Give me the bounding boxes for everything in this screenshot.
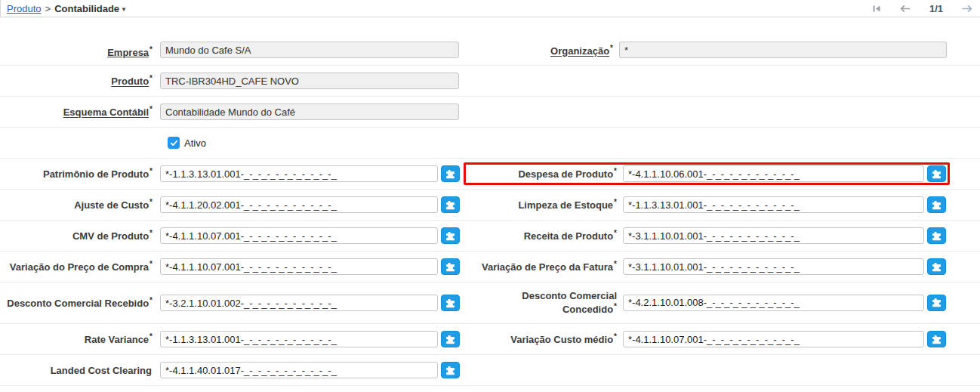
current-tab-selector[interactable]: Contabilidade ▼ — [54, 3, 127, 14]
organizacao-label: Organização* — [464, 44, 619, 58]
despesa-produto-label: Despesa de Produto* — [467, 167, 623, 181]
variacao-preco-fatura-field[interactable] — [623, 258, 924, 275]
form-row-account-6: Rate Variance* Variação Custo médio* — [0, 324, 980, 355]
empresa-label: Empresa* — [0, 45, 160, 58]
limpeza-estoque-field[interactable] — [623, 196, 924, 213]
account-picker-button[interactable] — [441, 196, 460, 213]
empresa-field[interactable] — [160, 42, 459, 58]
desconto-concedido-label: Desconto Comercial Concedido* — [467, 290, 623, 316]
receita-produto-label: Receita de Produto* — [467, 229, 623, 243]
landed-cost-clearing-label: Landed Cost Clearing — [0, 363, 160, 376]
form-row-esquema-contabil: Esquema Contábil* — [0, 97, 980, 128]
tab-header-bar: Produto > Contabilidade ▼ 1/1 — [0, 0, 980, 17]
form-row-account-1: Patrimônio de Produto* Despesa de Produt… — [0, 159, 980, 190]
esquema-contabil-field[interactable] — [160, 103, 459, 120]
despesa-produto-field[interactable] — [623, 165, 924, 182]
account-picker-button[interactable] — [927, 165, 946, 182]
account-picker-button[interactable] — [927, 258, 946, 275]
produto-label: Produto* — [0, 74, 160, 87]
required-mark: * — [149, 105, 153, 113]
receita-produto-field[interactable] — [623, 227, 924, 244]
rate-variance-label: Rate Variance* — [0, 332, 160, 345]
chevron-down-icon: ▼ — [121, 6, 127, 13]
cmv-produto-label: CMV de Produto* — [0, 229, 160, 242]
account-picker-button[interactable] — [441, 165, 460, 182]
ativo-checkbox[interactable] — [168, 137, 180, 149]
account-picker-button[interactable] — [927, 227, 946, 244]
account-picker-button[interactable] — [927, 331, 946, 347]
previous-record-icon[interactable] — [900, 4, 911, 14]
patrimonio-produto-label: Patrimônio de Produto* — [0, 167, 160, 180]
desconto-concedido-field[interactable] — [623, 295, 924, 311]
organizacao-field[interactable] — [619, 42, 947, 58]
form-row-ativo: Ativo — [0, 128, 980, 159]
form-row-account-3: CMV de Produto* Receita de Produto* — [0, 221, 980, 252]
account-picker-button[interactable] — [927, 196, 946, 213]
patrimonio-produto-field[interactable] — [160, 165, 438, 182]
landed-cost-clearing-field[interactable] — [160, 362, 438, 378]
next-record-icon[interactable] — [961, 4, 972, 14]
account-picker-button[interactable] — [927, 295, 946, 311]
record-position-indicator: 1/1 — [929, 3, 943, 14]
ativo-label: Ativo — [184, 137, 206, 149]
record-pager: 1/1 — [872, 3, 972, 14]
required-mark: * — [149, 45, 153, 54]
breadcrumb: Produto > Contabilidade ▼ — [7, 3, 127, 14]
form-row-produto: Produto* — [0, 66, 980, 97]
desconto-recebido-field[interactable] — [160, 295, 438, 311]
account-picker-button[interactable] — [441, 258, 460, 275]
esquema-contabil-label: Esquema Contábil* — [0, 105, 160, 118]
cmv-produto-field[interactable] — [160, 227, 438, 244]
form-row-account-4: Variação do Preço de Compra* Variação de… — [0, 252, 980, 282]
current-tab-label: Contabilidade — [54, 3, 119, 14]
variacao-custo-medio-label: Variação Custo médio* — [467, 332, 623, 347]
required-mark: * — [149, 74, 153, 82]
limpeza-estoque-label: Limpeza de Estoque* — [467, 198, 623, 212]
form-row-empresa-organizacao: Empresa* Organização* — [0, 17, 980, 66]
breadcrumb-separator: > — [45, 3, 51, 14]
variacao-preco-compra-field[interactable] — [160, 258, 438, 275]
ajuste-custo-label: Ajuste de Custo* — [0, 198, 160, 211]
desconto-recebido-label: Desconto Comercial Recebido* — [0, 296, 160, 309]
form-row-account-5: Desconto Comercial Recebido* Desconto Co… — [0, 282, 980, 324]
form-row-account-2: Ajuste de Custo* Limpeza de Estoque* — [0, 190, 980, 221]
variacao-preco-fatura-label: Variação de Preço da Fatura* — [467, 260, 623, 274]
account-picker-button[interactable] — [441, 295, 460, 311]
required-mark: * — [610, 44, 613, 52]
account-picker-button[interactable] — [441, 362, 460, 378]
despesa-produto-highlight-box: Despesa de Produto* — [464, 162, 950, 185]
variacao-preco-compra-label: Variação do Preço de Compra* — [0, 260, 160, 273]
form-row-account-7: Landed Cost Clearing — [0, 355, 980, 386]
variacao-custo-medio-field[interactable] — [623, 331, 924, 347]
account-picker-button[interactable] — [441, 227, 460, 244]
ajuste-custo-field[interactable] — [160, 196, 438, 213]
first-record-icon[interactable] — [872, 4, 882, 14]
produto-field[interactable] — [160, 73, 459, 89]
accounting-form: Empresa* Organização* Produto* Esquema C… — [0, 17, 980, 386]
breadcrumb-parent-link[interactable]: Produto — [7, 3, 42, 14]
rate-variance-field[interactable] — [160, 331, 438, 347]
account-picker-button[interactable] — [441, 331, 460, 347]
